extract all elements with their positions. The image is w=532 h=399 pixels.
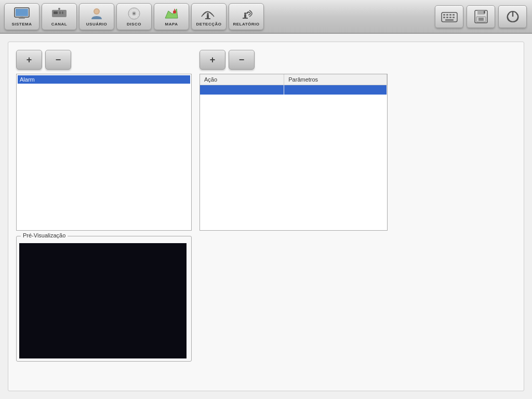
nav-btn-relatorio[interactable]: RELATÓRIO (229, 3, 264, 30)
nav-btn-disco[interactable]: DISCO (116, 3, 152, 30)
power-icon (506, 9, 520, 24)
right-buttons: + − (200, 50, 388, 70)
svg-rect-36 (478, 18, 484, 21)
svg-rect-27 (453, 14, 455, 16)
svg-rect-24 (443, 14, 445, 16)
left-buttons: + − (16, 50, 192, 70)
right-add-icon: + (210, 55, 216, 65)
preview-section: Pré-Visualização (16, 236, 516, 362)
table-header-row: Ação Parâmetros (200, 74, 387, 85)
svg-point-10 (95, 9, 99, 14)
canal-label: CANAL (51, 22, 68, 26)
left-list[interactable]: Alarm (16, 74, 192, 231)
left-remove-button[interactable]: − (45, 50, 71, 70)
right-add-button[interactable]: + (200, 50, 225, 70)
power-button[interactable] (498, 5, 527, 28)
left-add-button[interactable]: + (16, 50, 42, 70)
top-section: + − Alarm + (16, 50, 516, 231)
svg-rect-32 (445, 19, 454, 21)
sistema-label: SISTEMA (11, 22, 32, 26)
nav-btn-sistema[interactable]: SISTEMA (4, 3, 39, 30)
svg-rect-31 (453, 17, 455, 18)
svg-point-15 (173, 10, 176, 14)
right-remove-icon: − (239, 55, 245, 65)
deteccao-label: DETECÇÃO (196, 22, 222, 26)
svg-rect-7 (62, 11, 63, 14)
nav-btn-deteccao[interactable]: DETECÇÃO (191, 3, 227, 30)
usuario-icon (88, 6, 105, 21)
main-content: + − Alarm + (0, 34, 532, 399)
svg-rect-34 (477, 10, 485, 15)
relatorio-label: RELATÓRIO (233, 22, 259, 26)
svg-point-20 (244, 12, 246, 15)
svg-rect-6 (59, 11, 61, 14)
save-button[interactable] (467, 5, 495, 28)
svg-rect-19 (205, 18, 210, 19)
svg-rect-28 (443, 17, 445, 18)
sistema-icon (14, 6, 30, 21)
svg-rect-30 (449, 17, 451, 18)
nav-btn-canal[interactable]: CANAL (42, 3, 77, 30)
toolbar: SISTEMA CANAL USUÁRIO (0, 0, 532, 34)
svg-rect-3 (19, 17, 25, 19)
col-acao: Ação (200, 74, 284, 85)
svg-rect-25 (446, 14, 448, 16)
list-item-row: Alarm (20, 76, 188, 83)
right-table: Ação Parâmetros (200, 74, 387, 95)
usuario-label: USUÁRIO (86, 22, 107, 26)
deteccao-icon (201, 6, 217, 21)
canal-icon (51, 6, 68, 21)
col-parametros: Parâmetros (284, 74, 387, 85)
keyboard-icon (441, 9, 458, 24)
preview-legend: Pré-Visualização (21, 232, 68, 238)
svg-point-8 (58, 8, 60, 10)
disco-icon (126, 6, 142, 21)
toolbar-right (435, 5, 527, 28)
svg-point-17 (207, 13, 209, 15)
svg-point-13 (133, 12, 135, 15)
svg-rect-1 (16, 9, 28, 16)
nav-btn-usuario[interactable]: USUÁRIO (79, 3, 114, 30)
left-add-icon: + (26, 55, 32, 65)
table-row[interactable] (200, 85, 387, 95)
mapa-icon (163, 6, 180, 21)
svg-rect-22 (243, 18, 248, 19)
preview-group: Pré-Visualização (16, 236, 192, 362)
svg-rect-29 (446, 17, 448, 18)
svg-rect-26 (449, 14, 451, 16)
table-cell-acao (200, 85, 284, 95)
disco-label: DISCO (127, 22, 141, 26)
mapa-label: MAPA (165, 22, 178, 26)
svg-rect-37 (484, 11, 485, 14)
save-icon (473, 9, 489, 24)
list-item-label: Alarm (20, 76, 35, 83)
keyboard-button[interactable] (435, 5, 463, 28)
table-cell-parametros (284, 85, 387, 95)
nav-btn-mapa[interactable]: MAPA (154, 3, 189, 30)
right-panel: + − Ação Parâmetros (200, 50, 388, 231)
relatorio-icon (238, 6, 255, 21)
left-remove-icon: − (56, 55, 61, 65)
list-item[interactable]: Alarm (18, 75, 190, 84)
left-panel: + − Alarm (16, 50, 192, 231)
right-table-container[interactable]: Ação Parâmetros (200, 74, 388, 231)
svg-rect-5 (54, 11, 58, 14)
right-remove-button[interactable]: − (229, 50, 255, 70)
preview-display (19, 243, 187, 358)
content-area: + − Alarm + (8, 42, 524, 391)
